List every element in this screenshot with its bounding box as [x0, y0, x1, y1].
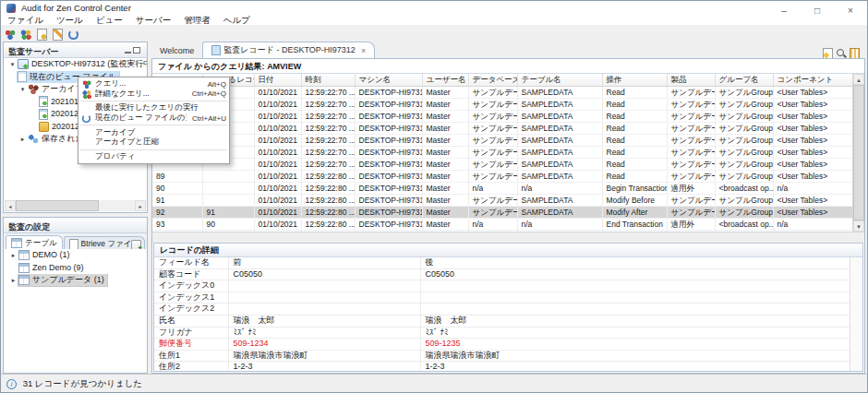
table-cell: n/a — [773, 183, 852, 195]
table-row[interactable]: 8901/10/202112:59:22:80 ...DESKTOP-HI973… — [152, 171, 852, 183]
toolbar-button[interactable] — [35, 25, 51, 40]
menubar-item[interactable]: サーバー — [129, 15, 177, 25]
detail-row[interactable]: 住所1瑞浪県瑞浪市瑞浪町瑞浪県瑞浪市瑞浪町 — [154, 350, 850, 362]
table-cell: n/a — [773, 219, 852, 231]
horizontal-scrollbar[interactable]: ◂ ▸ — [5, 200, 146, 211]
detail-row[interactable]: インデックス0 — [154, 280, 850, 292]
record-details-title: レコードの詳細 — [154, 244, 862, 257]
table-row[interactable]: 01/10/202112:59:22:70 ...DESKTOP-HI97312… — [152, 99, 852, 111]
detail-column-header: 後 — [420, 257, 850, 268]
detail-row[interactable]: 郵便番号509-1234509-1235 — [154, 339, 850, 351]
scrollbar-track[interactable] — [16, 200, 135, 211]
detail-row[interactable]: インデックス1 — [154, 292, 850, 304]
detail-before-value — [228, 292, 420, 304]
table-row[interactable]: 01/10/202112:59:22:70 ...DESKTOP-HI97312… — [152, 147, 852, 159]
scroll-left-icon[interactable]: ◂ — [5, 200, 16, 211]
new-query-icon[interactable] — [823, 48, 833, 59]
table-cell: Read — [602, 123, 667, 135]
columns-icon[interactable] — [850, 48, 860, 59]
detail-row[interactable]: 氏名瑞浪 太郎瑞浪 太郎 — [154, 315, 850, 327]
table-cell: サンプルデータ — [468, 159, 517, 171]
context-menu-item[interactable]: 現在のビュー ファイルの更新Ctrl+Alt+U — [78, 113, 229, 124]
detail-before-value: 瑞浪県瑞浪市瑞浪町 — [228, 350, 420, 362]
column-header[interactable]: ユーザー名 — [422, 74, 468, 87]
table-row[interactable]: 9001/10/202112:59:22:80 ...DESKTOP-HI973… — [152, 183, 852, 195]
saved-query-icon — [28, 134, 39, 144]
scroll-right-icon[interactable]: ▸ — [135, 200, 146, 211]
close-icon[interactable]: × — [361, 46, 366, 55]
scroll-down-icon[interactable]: ▼ — [853, 220, 864, 232]
column-header[interactable]: データベース名 — [468, 74, 517, 87]
column-header[interactable]: グループ名 — [715, 74, 773, 87]
tree-item[interactable]: ▸DEMO (1) — [4, 249, 147, 262]
maximize-icon[interactable] — [133, 47, 140, 54]
detail-row[interactable]: フリガナﾐｽﾞ ﾅﾐﾐｽﾞ ﾅﾐ — [154, 327, 850, 339]
minimize-icon[interactable] — [125, 52, 131, 54]
menu-icon-gutter — [81, 89, 95, 99]
table-row[interactable]: 9101/10/202112:59:22:80 ...DESKTOP-HI973… — [152, 195, 852, 207]
detail-row[interactable]: 顧客コードC05050C05050 — [154, 268, 850, 280]
settings-tab[interactable]: テーブル — [6, 235, 63, 250]
tree-item[interactable]: ▾DESKTOP-HI97312 (監視実行中) — [4, 58, 147, 71]
table-row[interactable]: 01/10/202112:59:22:70 ...DESKTOP-HI97312… — [152, 123, 852, 135]
table-cell: 01/10/2021 — [254, 171, 301, 183]
sash-divider[interactable] — [152, 232, 864, 243]
column-header[interactable]: 製品 — [667, 74, 715, 87]
menubar-item[interactable]: ツール — [50, 15, 90, 25]
detail-before-value: ﾐｽﾞ ﾅﾐ — [228, 327, 420, 339]
expander-icon[interactable]: ▸ — [8, 274, 18, 287]
menubar-item[interactable]: ファイル — [1, 15, 50, 25]
toolbar-button[interactable] — [4, 25, 19, 40]
tree-item[interactable]: Zen Demo (9) — [4, 262, 147, 275]
toolbar-button[interactable] — [19, 25, 35, 40]
context-menu-item[interactable]: プロパティ — [78, 152, 229, 162]
expander-icon[interactable]: ▸ — [8, 249, 18, 262]
zip-file-icon — [39, 122, 49, 132]
table-cell: 12:59:22:80 ... — [301, 207, 355, 219]
menubar-item[interactable]: 管理者 — [177, 15, 217, 25]
table-cell: 01/10/2021 — [254, 207, 301, 219]
table-cell: SAMPLEDATA — [517, 147, 602, 159]
editor-tab[interactable]: 監査レコード - DESKTOP-HI97312× — [202, 42, 375, 59]
menu-item-label: プロパティ — [95, 151, 221, 162]
menu-icon-gutter — [81, 113, 95, 123]
vertical-scrollbar[interactable]: ▲ ▼ — [852, 74, 864, 232]
column-header[interactable]: テーブル名 — [517, 74, 602, 87]
menubar-item[interactable]: ヘルプ — [217, 15, 257, 25]
table-cell: 12:59:22:70 ... — [301, 123, 355, 135]
editor-tab[interactable]: Welcome — [151, 42, 202, 58]
table-row[interactable]: 939001/10/202112:59:22:80 ...DESKTOP-HI9… — [152, 219, 852, 231]
scrollbar-track[interactable] — [853, 85, 864, 220]
expander-icon[interactable]: ▸ — [18, 133, 28, 146]
toolbar-button[interactable] — [51, 25, 66, 40]
scrollbar-thumb[interactable] — [16, 200, 99, 211]
detail-field-name: 住所2 — [154, 362, 228, 371]
menubar-item[interactable]: ビュー — [90, 15, 129, 25]
table-row[interactable]: 01/10/202112:59:22:70 ...DESKTOP-HI97312… — [152, 87, 852, 99]
context-menu-item[interactable]: アーカイブと圧縮 — [78, 137, 229, 148]
search-icon[interactable] — [836, 48, 847, 59]
table-cell: Read — [602, 135, 667, 147]
expander-icon[interactable]: ▾ — [7, 58, 18, 71]
scrollbar-thumb[interactable] — [853, 85, 864, 220]
scroll-up-icon[interactable]: ▲ — [853, 74, 864, 85]
column-header[interactable]: マシン名 — [355, 74, 422, 87]
column-header[interactable]: 日付 — [254, 74, 301, 87]
tree-item[interactable]: ▸サンプルデータ (1) — [4, 274, 147, 287]
advanced-query-icon — [20, 30, 31, 40]
column-header[interactable]: 時刻 — [301, 74, 355, 87]
details-scrollbar[interactable] — [850, 257, 862, 371]
table-icon — [18, 275, 30, 285]
expander-icon[interactable]: ▾ — [18, 83, 28, 96]
toolbar-button[interactable] — [66, 25, 82, 40]
detail-row[interactable]: 住所21-2-31-2-3 — [154, 362, 850, 371]
column-header[interactable]: コンポーネント — [773, 74, 852, 87]
column-header[interactable]: 操作 — [602, 74, 667, 87]
table-cell: SAMPLEDATA — [517, 135, 602, 147]
context-menu-item[interactable]: 詳細なクエリ...Ctrl+Alt+Q — [78, 89, 229, 100]
table-row[interactable]: 01/10/202112:59:22:70 ...DESKTOP-HI97312… — [152, 111, 852, 123]
detail-row[interactable]: インデックス2 — [154, 304, 850, 316]
table-row[interactable]: 929101/10/202112:59:22:80 ...DESKTOP-HI9… — [152, 207, 852, 219]
table-row[interactable]: 01/10/202112:59:22:70 ...DESKTOP-HI97312… — [152, 159, 852, 171]
table-row[interactable]: 01/10/202112:59:22:70 ...DESKTOP-HI97312… — [152, 135, 852, 147]
